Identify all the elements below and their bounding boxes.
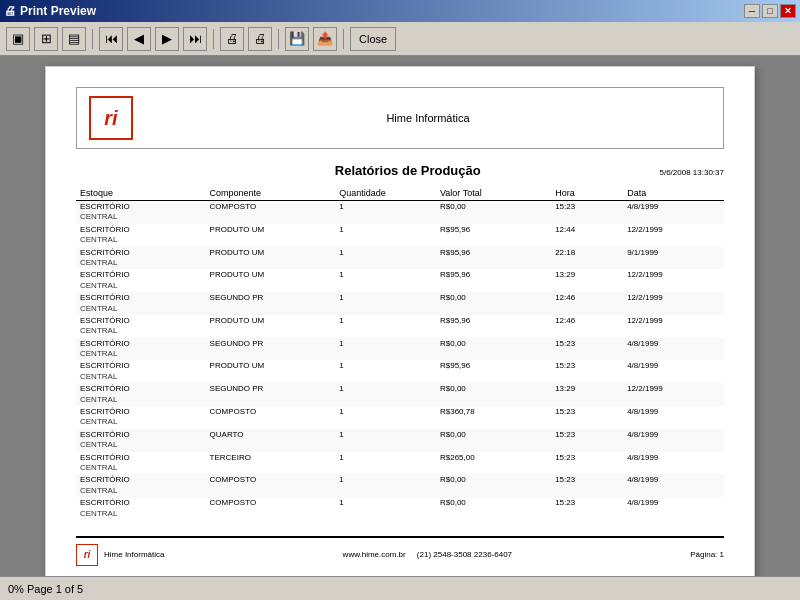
report-title: Relatórios de Produção [156,163,659,178]
nav-prev-button[interactable]: ◀ [127,27,151,51]
cell-data: 4/8/1999 [623,201,724,224]
cell-valor: R$95,96 [436,315,551,338]
cell-valor: R$0,00 [436,292,551,315]
cell-estoque: ESCRITÓRIO CENTRAL [76,406,206,429]
table-row: ESCRITÓRIO CENTRAL SEGUNDO PR 1 R$0,00 1… [76,338,724,361]
table-row: ESCRITÓRIO CENTRAL TERCEIRO 1 R$265,00 1… [76,452,724,475]
cell-componente: TERCEIRO [206,452,336,475]
cell-valor: R$95,96 [436,269,551,292]
footer-left: ri Hime Informática [76,544,164,566]
paper-footer: ri Hime Informática www.hime.com.br (21)… [76,536,724,566]
cell-data: 12/2/1999 [623,269,724,292]
nav-first-button[interactable]: ⏮ [99,27,123,51]
cell-hora: 15:23 [551,406,623,429]
table-row: ESCRITÓRIO CENTRAL PRODUTO UM 1 R$95,96 … [76,247,724,270]
cell-valor: R$95,96 [436,360,551,383]
cell-quantidade: 1 [335,497,436,520]
cell-componente: COMPOSTO [206,497,336,520]
table-row: ESCRITÓRIO CENTRAL COMPOSTO 1 R$0,00 15:… [76,497,724,520]
cell-componente: SEGUNDO PR [206,338,336,361]
cell-valor: R$0,00 [436,201,551,224]
status-text: 0% Page 1 of 5 [8,583,83,595]
cell-componente: PRODUTO UM [206,360,336,383]
cell-estoque: ESCRITÓRIO CENTRAL [76,497,206,520]
view-page-button[interactable]: ▤ [62,27,86,51]
cell-hora: 22:18 [551,247,623,270]
separator-2 [213,29,214,49]
logo-text: ri [104,107,117,130]
footer-phone: (21) 2548-3508 2236-6407 [417,550,512,559]
nav-next-button[interactable]: ▶ [155,27,179,51]
col-header-hora: Hora [551,186,623,201]
cell-quantidade: 1 [335,269,436,292]
cell-data: 4/8/1999 [623,429,724,452]
print-options-button[interactable]: 🖨 [248,27,272,51]
title-bar: 🖨 Print Preview ─ □ ✕ [0,0,800,22]
view-single-button[interactable]: ▣ [6,27,30,51]
col-header-valor: Valor Total [436,186,551,201]
cell-quantidade: 1 [335,474,436,497]
export-button[interactable]: 📤 [313,27,337,51]
cell-componente: PRODUTO UM [206,315,336,338]
footer-page: Página: 1 [690,550,724,559]
cell-hora: 12:44 [551,224,623,247]
cell-data: 9/1/1999 [623,247,724,270]
cell-componente: COMPOSTO [206,474,336,497]
cell-valor: R$95,96 [436,224,551,247]
cell-quantidade: 1 [335,452,436,475]
cell-data: 4/8/1999 [623,406,724,429]
table-row: ESCRITÓRIO CENTRAL QUARTO 1 R$0,00 15:23… [76,429,724,452]
cell-hora: 12:46 [551,292,623,315]
paper-header: ri Hime Informática [76,87,724,149]
cell-data: 4/8/1999 [623,474,724,497]
cell-estoque: ESCRITÓRIO CENTRAL [76,315,206,338]
minimize-button[interactable]: ─ [744,4,760,18]
cell-hora: 15:23 [551,474,623,497]
separator-1 [92,29,93,49]
cell-hora: 13:29 [551,269,623,292]
cell-componente: PRODUTO UM [206,247,336,270]
footer-website: www.hime.com.br [343,550,406,559]
table-row: ESCRITÓRIO CENTRAL PRODUTO UM 1 R$95,96 … [76,360,724,383]
save-button[interactable]: 💾 [285,27,309,51]
cell-data: 12/2/1999 [623,292,724,315]
cell-estoque: ESCRITÓRIO CENTRAL [76,338,206,361]
cell-estoque: ESCRITÓRIO CENTRAL [76,452,206,475]
col-header-componente: Componente [206,186,336,201]
separator-4 [343,29,344,49]
cell-data: 12/2/1999 [623,224,724,247]
logo-box: ri [89,96,133,140]
cell-hora: 13:29 [551,383,623,406]
col-header-estoque: Estoque [76,186,206,201]
cell-data: 4/8/1999 [623,497,724,520]
col-header-data: Data [623,186,724,201]
maximize-button[interactable]: □ [762,4,778,18]
nav-last-button[interactable]: ⏭ [183,27,207,51]
cell-hora: 12:46 [551,315,623,338]
table-row: ESCRITÓRIO CENTRAL PRODUTO UM 1 R$95,96 … [76,269,724,292]
window-close-button[interactable]: ✕ [780,4,796,18]
cell-estoque: ESCRITÓRIO CENTRAL [76,360,206,383]
footer-logo-text: ri [84,549,91,560]
cell-quantidade: 1 [335,201,436,224]
view-multi-button[interactable]: ⊞ [34,27,58,51]
report-title-row: Relatórios de Produção 5/6/2008 13:30:37 [76,163,724,178]
cell-valor: R$0,00 [436,474,551,497]
cell-componente: COMPOSTO [206,406,336,429]
cell-componente: QUARTO [206,429,336,452]
cell-hora: 15:23 [551,338,623,361]
cell-componente: PRODUTO UM [206,224,336,247]
print-button[interactable]: 🖨 [220,27,244,51]
cell-quantidade: 1 [335,406,436,429]
separator-3 [278,29,279,49]
company-name: Hime Informática [145,112,711,124]
close-button[interactable]: Close [350,27,396,51]
table-row: ESCRITÓRIO CENTRAL COMPOSTO 1 R$0,00 15:… [76,474,724,497]
cell-quantidade: 1 [335,224,436,247]
report-datetime: 5/6/2008 13:30:37 [659,168,724,177]
cell-quantidade: 1 [335,315,436,338]
printer-icon: 🖨 [4,4,16,18]
cell-estoque: ESCRITÓRIO CENTRAL [76,383,206,406]
cell-hora: 15:23 [551,429,623,452]
cell-quantidade: 1 [335,360,436,383]
